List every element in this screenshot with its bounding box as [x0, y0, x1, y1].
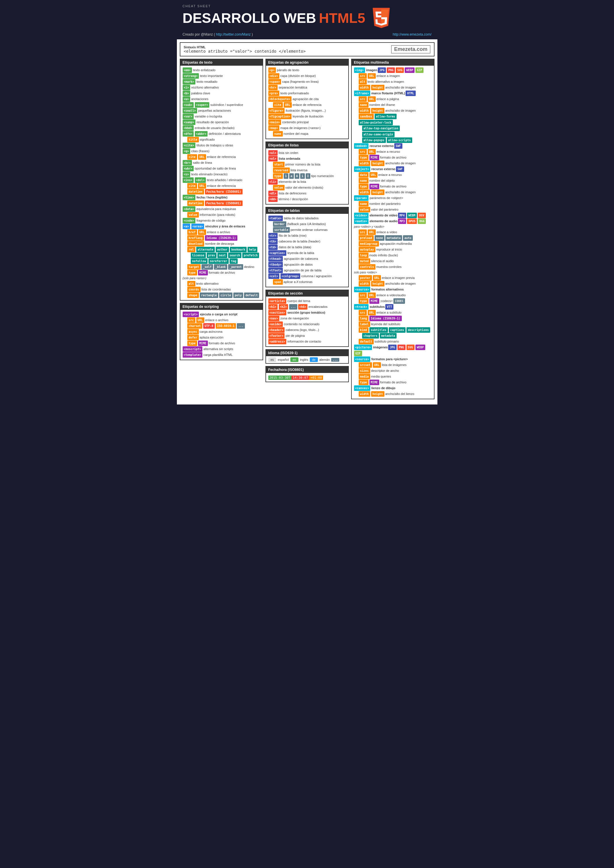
- list-item: start primer número de la lista: [268, 162, 346, 167]
- embed-tag: <embed>: [354, 143, 368, 149]
- tbody-tag: <tbody>: [268, 262, 283, 267]
- samp-tag: <samp>: [183, 119, 196, 125]
- list-item: type MIME formato de archivo: [354, 380, 432, 385]
- list-item: <sub> <super> subíndice / superíndice: [183, 102, 260, 108]
- cite-attr2: cite: [187, 183, 197, 189]
- list-item: src URL enlace a imagen: [354, 73, 432, 79]
- async-attr: async: [187, 329, 199, 335]
- reversed-attr: reversed: [273, 167, 290, 173]
- width-attr-c: width: [359, 391, 370, 397]
- url-badge-s: URL: [196, 318, 204, 323]
- list-item: target _self _blank _parent destino: [183, 264, 260, 270]
- idioma-section: Idioma (ISO639-1) es español en inglés d…: [266, 349, 349, 364]
- allow-top-badge: allow-top-navigation: [362, 126, 400, 131]
- script-tag: <script>: [183, 312, 199, 317]
- list-item: <dl> lista de definiciones: [268, 191, 346, 196]
- list-item: kind subtitles captions descriptions: [354, 327, 432, 333]
- url-badge: URL: [198, 154, 206, 160]
- list-item: <address> información de contacto: [268, 339, 346, 344]
- syntax-box: Sintaxis HTML <elemento atributo ="valor…: [180, 42, 435, 56]
- strong-tag: <strong>: [183, 73, 199, 79]
- prev-badge: prev: [207, 253, 216, 258]
- width-attr-if: width: [359, 108, 370, 113]
- list-item: loop modo infinito (bucle): [354, 253, 432, 258]
- name-attr-ob: name: [359, 178, 368, 183]
- list-item: <tfoot> agrupación de pie de tabla: [268, 268, 346, 273]
- dots-badge: ...: [289, 304, 297, 310]
- list-item: <ol> lista ordenada: [268, 156, 346, 161]
- kind-attr: kind: [359, 327, 368, 333]
- list-item: src URL enlace a video/audio: [354, 293, 432, 298]
- timezone-part: +01:00: [309, 375, 323, 380]
- none-badge: none: [375, 235, 384, 241]
- list-item: href URL enlace o archivo: [183, 229, 260, 235]
- list-item: solo para <video>: [354, 270, 432, 275]
- website-link[interactable]: http://www.emezeta.com/: [393, 33, 431, 36]
- width-attr-ob: width: [359, 189, 370, 195]
- list-item: src URL enlace a video: [354, 229, 432, 235]
- type-attr-pic: type: [359, 380, 368, 385]
- list-item: value información (para robots): [183, 212, 260, 218]
- en-pill: en: [291, 357, 298, 362]
- height-attr-ob: height: [371, 189, 384, 195]
- auto-badge: auto: [403, 235, 413, 241]
- sizes-attr: sizes: [359, 368, 370, 374]
- alt-attr-img: alt: [359, 79, 367, 84]
- src-attr-script: src: [187, 318, 196, 323]
- list-item: <samp> resultado de operación: [183, 119, 260, 125]
- list-item: <source> formatos para <picture>: [354, 356, 432, 362]
- list-item: lang Idioma (ISO639-1): [354, 316, 432, 321]
- charset-attr: charset: [187, 323, 202, 329]
- figure-tag: <figure>: [268, 108, 284, 113]
- sandbox-attr: sandbox: [359, 114, 374, 119]
- value-attr: value: [187, 212, 199, 218]
- dfn-tag: <dfn>: [183, 131, 194, 136]
- time-part: 14:30:07: [292, 375, 309, 380]
- metadata-badge-tr: metadata: [380, 333, 396, 338]
- prefetch-badge: prefetch: [242, 253, 259, 258]
- ingles-label: inglés: [300, 358, 308, 361]
- sub-tag: <sub>: [183, 102, 194, 108]
- list-tags-header: Etiquetas de listas: [266, 142, 348, 149]
- allow-same-badge: allow-same-origin: [362, 132, 395, 137]
- syntax-title: Sintaxis HTML: [184, 45, 306, 49]
- allow-scripts-badge: allow-scripts: [387, 138, 412, 143]
- type-attr-l: type: [273, 173, 283, 179]
- html5-logo-icon: [371, 8, 392, 28]
- var-tag: <var>: [183, 114, 194, 119]
- list-item: <span> capa (fragmento en línea): [268, 79, 346, 84]
- list-item: <td> datos de la tabla (data): [268, 245, 346, 250]
- list-item: width height ancho/alto de imagen: [354, 281, 432, 287]
- right-column: Etiquetas multimedia <img> imagen JPG PN…: [351, 59, 435, 401]
- list-item: <map> mapa de imágenes (<area>): [268, 125, 346, 131]
- list-item: src URL enlace o archivo: [183, 318, 260, 323]
- media-attr: media: [359, 374, 370, 379]
- kbd-tag: <kbd>: [183, 125, 194, 131]
- jpg-badge2: JPG: [388, 345, 396, 350]
- ins-tag: <ins>: [183, 177, 194, 183]
- param-tag: <param>: [354, 195, 368, 201]
- help-badge: help: [247, 247, 257, 252]
- shape-attr: shape: [187, 293, 199, 298]
- list-item: <wbr> oportunidad de salto de línea: [183, 166, 260, 171]
- data-attr-ob: data: [359, 172, 368, 178]
- default-badge: default: [244, 293, 259, 298]
- ol-tag: <ol>: [268, 156, 278, 161]
- map-tag: <map>: [268, 125, 279, 131]
- svg-badge2: SVG: [406, 345, 415, 350]
- list-item: defer aplaza ejecución: [183, 335, 260, 340]
- caption-tag: <caption>: [268, 250, 286, 256]
- src-attr-if: src: [359, 96, 367, 102]
- swf-badge: SWF: [394, 143, 403, 149]
- text-tags-header: Etiquetas de texto: [180, 59, 263, 66]
- list-item: <col> <colgroup> columna / agrupación: [268, 273, 346, 279]
- srcset-attr: srcset: [359, 362, 372, 368]
- idioma-body: es español en inglés de alemán ...: [266, 356, 348, 363]
- A-badge: A: [295, 173, 299, 179]
- list-item: charset UTF-8 ISO-8859-1 ...: [183, 323, 260, 329]
- url-badge-if: URL: [368, 96, 376, 102]
- codec-badge: CODEC: [393, 298, 405, 304]
- twitter-link[interactable]: http://twitter.com/Manz: [216, 33, 251, 36]
- small-tag: <small>: [183, 108, 197, 113]
- height-attr-img: height: [371, 85, 384, 90]
